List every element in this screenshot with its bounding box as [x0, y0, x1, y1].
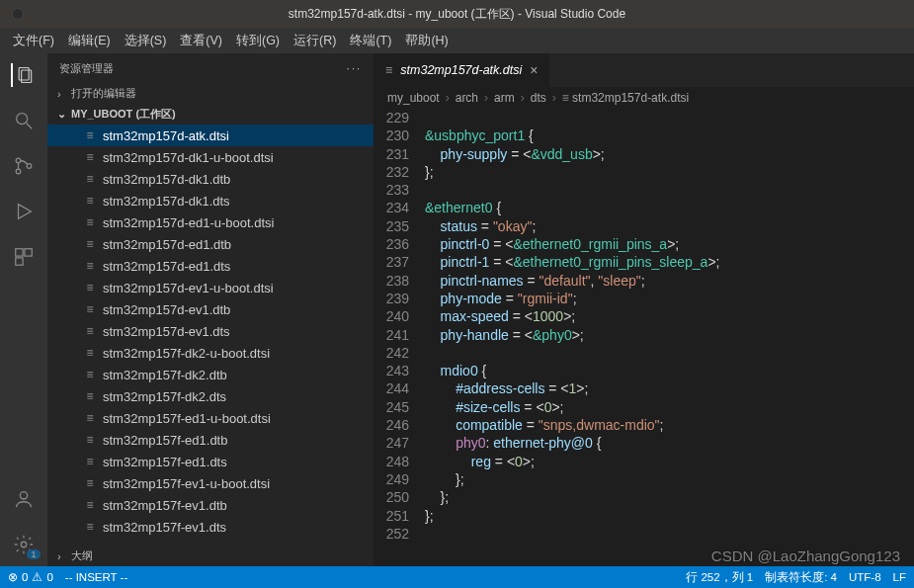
file-row[interactable]: ≡stm32mp157f-dk2.dts — [47, 385, 374, 407]
line-number: 248 — [374, 453, 425, 470]
source-control-icon[interactable] — [12, 154, 36, 178]
file-icon: ≡ — [83, 259, 97, 273]
code-line[interactable]: &usbphyc_port1 { — [425, 126, 914, 144]
extensions-icon[interactable] — [12, 245, 36, 269]
code-line[interactable]: phy0: ethernet-phy@0 { — [425, 434, 914, 452]
file-row[interactable]: ≡stm32mp157d-ev1-u-boot.dtsi — [47, 277, 374, 298]
code-editor[interactable]: 229230&usbphyc_port1 {231 phy-supply = <… — [374, 109, 914, 566]
close-icon[interactable]: × — [530, 62, 538, 78]
menu-item[interactable]: 转到(G) — [229, 33, 287, 49]
activity-bar: 1 — [0, 53, 47, 566]
file-name: stm32mp157d-dk1.dts — [103, 194, 230, 209]
outline-section[interactable]: › 大纲 — [47, 546, 374, 566]
settings-icon[interactable]: 1 — [12, 533, 36, 556]
workspace-section[interactable]: ⌄ MY_UBOOT (工作区) — [47, 104, 374, 125]
code-line[interactable]: mdio0 { — [425, 362, 914, 379]
line-number: 232 — [374, 163, 425, 181]
code-line[interactable]: pinctrl-0 = <&ethernet0_rgmii_pins_a>; — [425, 235, 914, 253]
breadcrumb[interactable]: my_uboot›arch›arm›dts›≡ stm32mp157d-atk.… — [374, 87, 914, 109]
code-line[interactable]: reg = <0>; — [425, 453, 914, 470]
code-line[interactable]: max-speed = <1000>; — [425, 307, 914, 325]
line-number: 251 — [374, 507, 425, 525]
file-row[interactable]: ≡stm32mp157f-ed1.dts — [47, 451, 374, 472]
explorer-icon[interactable] — [11, 63, 35, 87]
status-tabsize[interactable]: 制表符长度: 4 — [765, 570, 837, 585]
sidebar-more-icon[interactable]: ··· — [347, 62, 362, 74]
code-line[interactable]: phy-handle = <&phy0>; — [425, 326, 914, 344]
file-name: stm32mp157f-ev1-u-boot.dtsi — [103, 476, 270, 491]
file-row[interactable]: ≡stm32mp157f-ed1-u-boot.dtsi — [47, 407, 374, 429]
file-row[interactable]: ≡stm32mp157d-ed1.dtb — [47, 233, 374, 255]
chevron-right-icon: › — [521, 91, 525, 105]
svg-point-11 — [21, 542, 27, 547]
sidebar: 资源管理器 ··· › 打开的编辑器 ⌄ MY_UBOOT (工作区) ≡stm… — [47, 53, 374, 566]
file-row[interactable]: ≡stm32mp157d-ev1.dtb — [47, 298, 374, 320]
code-line[interactable]: #size-cells = <0>; — [425, 398, 914, 416]
code-line[interactable]: }; — [425, 163, 914, 181]
file-row[interactable]: ≡stm32mp157f-ev1.dtb — [47, 494, 374, 516]
svg-line-3 — [27, 124, 33, 129]
file-name: stm32mp157f-ev1.dts — [103, 520, 226, 535]
file-row[interactable]: ≡stm32mp157f-ed1.dtb — [47, 429, 374, 451]
chevron-right-icon: › — [552, 91, 556, 105]
file-row[interactable]: ≡stm32mp157d-ev1.dts — [47, 320, 374, 342]
account-icon[interactable] — [12, 487, 36, 511]
file-row[interactable]: ≡stm32mp157d-dk1.dtb — [47, 168, 374, 190]
file-name: stm32mp157f-dk2.dtb — [103, 368, 227, 382]
search-icon[interactable] — [12, 109, 36, 132]
chevron-right-icon: › — [57, 88, 67, 100]
file-row[interactable]: ≡stm32mp157d-dk1-u-boot.dtsi — [47, 146, 374, 168]
file-name: stm32mp157d-ed1.dts — [103, 259, 230, 274]
status-encoding[interactable]: UTF-8 — [849, 571, 881, 583]
breadcrumb-item[interactable]: arch — [456, 91, 478, 105]
code-line[interactable]: phy-mode = "rgmii-id"; — [425, 290, 914, 307]
tab-bar: ≡ stm32mp157d-atk.dtsi × — [374, 53, 914, 87]
file-row[interactable]: ≡stm32mp157d-dk1.dts — [47, 190, 374, 211]
code-line[interactable]: phy-supply = <&vdd_usb>; — [425, 145, 914, 163]
status-problems[interactable]: ⊗0 ⚠0 — [8, 570, 53, 584]
menu-item[interactable]: 选择(S) — [118, 33, 174, 49]
file-icon: ≡ — [83, 433, 97, 447]
code-line[interactable]: compatible = "snps,dwmac-mdio"; — [425, 416, 914, 434]
code-line[interactable]: #address-cells = <1>; — [425, 379, 914, 397]
line-number: 245 — [374, 398, 425, 416]
menu-item[interactable]: 终端(T) — [343, 33, 398, 49]
breadcrumb-item[interactable]: my_uboot — [387, 91, 440, 105]
file-icon: ≡ — [83, 498, 97, 512]
file-row[interactable]: ≡stm32mp157f-dk2-u-boot.dtsi — [47, 342, 374, 364]
run-debug-icon[interactable] — [12, 200, 36, 223]
code-line[interactable]: &ethernet0 { — [425, 199, 914, 216]
open-editors-section[interactable]: › 打开的编辑器 — [47, 83, 374, 104]
menu-item[interactable]: 查看(V) — [173, 33, 229, 49]
file-row[interactable]: ≡stm32mp157d-ed1-u-boot.dtsi — [47, 211, 374, 233]
code-line[interactable]: pinctrl-1 = <&ethernet0_rgmii_pins_sleep… — [425, 253, 914, 271]
file-row[interactable]: ≡stm32mp157d-atk.dtsi — [47, 125, 374, 146]
status-eol[interactable]: LF — [893, 571, 906, 583]
file-row[interactable]: ≡stm32mp157d-ed1.dts — [47, 255, 374, 277]
menu-item[interactable]: 帮助(H) — [398, 33, 455, 49]
code-line[interactable]: }; — [425, 507, 914, 525]
code-line[interactable]: }; — [425, 470, 914, 488]
file-icon: ≡ — [385, 63, 392, 77]
breadcrumb-item[interactable]: arm — [494, 91, 515, 105]
tab-active[interactable]: ≡ stm32mp157d-atk.dtsi × — [374, 53, 550, 87]
window-control-dot[interactable] — [12, 8, 24, 20]
tab-label: stm32mp157d-atk.dtsi — [400, 63, 522, 77]
menu-item[interactable]: 运行(R) — [287, 33, 343, 49]
file-row[interactable]: ≡stm32mp157f-ev1.dts — [47, 516, 374, 538]
menu-item[interactable]: 编辑(E) — [61, 33, 118, 49]
code-line[interactable] — [425, 181, 914, 199]
menu-item[interactable]: 文件(F) — [6, 33, 61, 49]
code-line[interactable]: }; — [425, 488, 914, 506]
file-row[interactable]: ≡stm32mp157f-dk2.dtb — [47, 364, 374, 385]
code-line[interactable]: pinctrl-names = "default", "sleep"; — [425, 272, 914, 290]
breadcrumb-item[interactable]: dts — [531, 91, 546, 105]
code-line[interactable] — [425, 344, 914, 362]
file-row[interactable]: ≡stm32mp157f-ev1-u-boot.dtsi — [47, 472, 374, 494]
code-line[interactable]: status = "okay"; — [425, 217, 914, 235]
code-line[interactable] — [425, 525, 914, 543]
code-line[interactable] — [425, 109, 914, 126]
svg-rect-1 — [22, 70, 32, 83]
status-cursor[interactable]: 行 252，列 1 — [686, 570, 753, 585]
breadcrumb-item[interactable]: ≡ stm32mp157d-atk.dtsi — [562, 91, 689, 105]
